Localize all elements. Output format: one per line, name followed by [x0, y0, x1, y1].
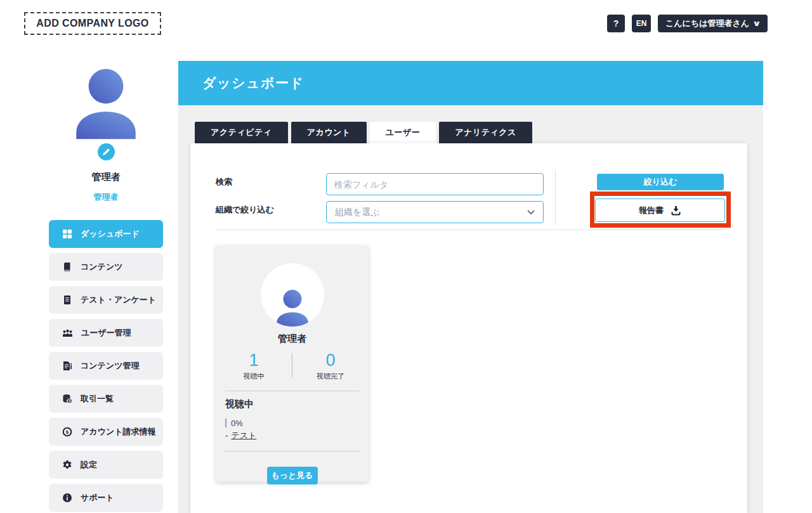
tab-panel-users: 検索 組織で絞り込む 組織を選ぶ 絞り込む 報告書 — [190, 143, 747, 513]
sidebar-item-dashboard[interactable]: ダッシュボード — [49, 220, 163, 248]
user-card-stats: 1 視聴中 0 視聴完了 — [216, 351, 369, 381]
sidebar-item-transactions[interactable]: $ 取引一覧 — [49, 385, 163, 413]
stat-label: 視聴完了 — [292, 372, 369, 381]
watching-item-link[interactable]: テスト — [231, 430, 256, 441]
stat-value: 0 — [292, 351, 369, 370]
report-button-label: 報告書 — [639, 205, 664, 216]
page-header: ダッシュボード — [178, 61, 763, 105]
item-bullet: - — [225, 431, 228, 440]
settings-gear-icon — [62, 460, 72, 470]
section-divider — [216, 230, 724, 230]
sidebar-item-label: アカウント請求情報 — [81, 426, 156, 438]
sidebar-item-label: ユーザー管理 — [81, 327, 131, 339]
sidebar-item-support[interactable]: サポート — [49, 484, 163, 512]
org-filter-label: 組織で絞り込む — [216, 204, 274, 216]
test-survey-icon — [62, 295, 72, 305]
help-button[interactable]: ? — [607, 15, 625, 32]
watching-item-row: - テスト — [225, 430, 359, 441]
sidebar-item-content-management[interactable]: コンテンツ管理 — [49, 352, 163, 380]
stat-value: 1 — [216, 351, 292, 370]
see-more-button[interactable]: もっと見る — [267, 467, 318, 484]
org-select[interactable]: 組織を選ぶ — [326, 201, 544, 223]
card-divider — [225, 391, 359, 391]
tab-users[interactable]: ユーザー — [370, 122, 436, 143]
stat-label: 視聴中 — [216, 372, 292, 381]
org-select-placeholder: 組織を選ぶ — [335, 207, 380, 218]
user-card-name: 管理者 — [216, 333, 369, 345]
chevron-down-icon — [527, 210, 535, 215]
sidebar-menu: ダッシュボード コンテンツ テスト・アンケート ユー — [49, 220, 163, 512]
sidebar-item-tests[interactable]: テスト・アンケート — [49, 286, 163, 314]
sidebar-item-label: コンテンツ — [81, 261, 123, 273]
profile-avatar — [70, 63, 142, 140]
transactions-coins-icon: $ — [62, 394, 72, 404]
profile-name: 管理者 — [49, 171, 163, 183]
company-logo-placeholder[interactable]: ADD COMPANY LOGO — [24, 12, 161, 35]
user-card: 管理者 1 視聴中 0 視聴完了 視聴中 0% — [216, 245, 369, 482]
users-icon — [62, 328, 73, 338]
dashboard-grid-icon — [62, 229, 72, 239]
tab-activity[interactable]: アクティビティ — [195, 122, 288, 143]
main-content: ダッシュボード アクティビティ アカウント ユーザー アナリティクス 検索 組織… — [178, 61, 763, 513]
billing-dollar-icon: $ — [62, 427, 72, 437]
sidebar-item-label: ダッシュボード — [81, 228, 140, 240]
language-button[interactable]: EN — [632, 15, 651, 32]
sidebar-item-billing[interactable]: $ アカウント請求情報 — [49, 418, 163, 446]
user-card-avatar — [261, 263, 324, 327]
user-menu-button[interactable]: こんにちは管理者さん ∨ — [658, 15, 768, 32]
watching-section-title: 視聴中 — [225, 398, 359, 410]
stat-completed: 0 視聴完了 — [292, 351, 369, 381]
sidebar-item-contents[interactable]: コンテンツ — [49, 253, 163, 281]
content-manage-icon — [62, 361, 72, 371]
greeting-text: こんにちは管理者さん — [665, 18, 749, 29]
watching-section: 視聴中 0% - テスト — [216, 398, 369, 441]
progress-bar — [225, 419, 226, 427]
svg-text:$: $ — [66, 429, 69, 435]
sidebar-item-settings[interactable]: 設定 — [49, 451, 163, 479]
stat-watching: 1 視聴中 — [216, 351, 292, 381]
progress-row: 0% — [225, 419, 359, 428]
search-label: 検索 — [216, 176, 232, 188]
filter-divider — [555, 170, 556, 225]
sidebar-item-label: コンテンツ管理 — [81, 360, 140, 372]
search-input[interactable] — [326, 173, 544, 195]
download-icon — [671, 205, 681, 216]
sidebar-item-user-management[interactable]: ユーザー管理 — [49, 319, 163, 347]
filter-button[interactable]: 絞り込む — [597, 174, 724, 190]
tab-bar: アクティビティ アカウント ユーザー アナリティクス — [195, 122, 532, 143]
card-divider — [225, 451, 359, 451]
topbar-actions: ? EN こんにちは管理者さん ∨ — [607, 15, 768, 32]
tab-account[interactable]: アカウント — [291, 122, 367, 143]
pencil-icon — [102, 148, 110, 157]
page-title: ダッシュボード — [202, 74, 304, 92]
sidebar-item-label: 設定 — [81, 459, 97, 471]
progress-value: 0% — [231, 419, 243, 428]
chevron-down-icon: ∨ — [752, 19, 761, 28]
support-info-icon — [62, 493, 72, 503]
sidebar-item-label: 取引一覧 — [81, 393, 114, 405]
sidebar-item-label: サポート — [81, 492, 114, 503]
sidebar: 管理者 管理者 ダッシュボード コンテンツ テスト・アンケート — [49, 61, 163, 513]
report-download-button[interactable]: 報告書 — [595, 198, 725, 222]
contents-book-icon — [62, 262, 72, 272]
edit-profile-button[interactable] — [98, 143, 115, 160]
company-logo-text: ADD COMPANY LOGO — [36, 18, 148, 29]
profile-link[interactable]: 管理者 — [49, 192, 163, 203]
sidebar-item-label: テスト・アンケート — [81, 294, 156, 306]
tab-analytics[interactable]: アナリティクス — [439, 122, 532, 143]
